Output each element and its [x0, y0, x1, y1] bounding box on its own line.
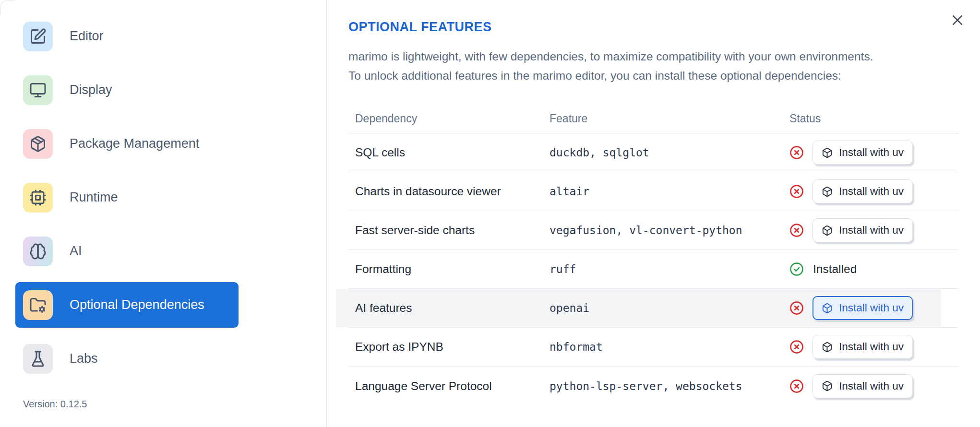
status-cell: Installed [789, 262, 958, 276]
table-row: SQL cells duckdb, sqlglot Install with u… [348, 133, 958, 172]
monitor-icon [29, 82, 47, 99]
nav-icon-box [23, 344, 53, 374]
table-row: AI features openai Install with uv [348, 289, 958, 328]
install-button[interactable]: Install with uv [813, 218, 913, 242]
status-error-icon [789, 145, 804, 160]
package-icon [29, 135, 47, 153]
install-button[interactable]: Install with uv [813, 141, 913, 165]
nav-icon-box [23, 237, 53, 266]
edit-pencil-icon [29, 28, 47, 45]
table-header-cell: Status [789, 112, 958, 125]
version-label: Version: 0.12.5 [23, 399, 87, 410]
sidebar-item-label: AI [70, 244, 82, 259]
table-header-cell: Dependency [355, 112, 550, 125]
settings-dialog: Editor Display Package Management Runtim… [0, 0, 980, 427]
box-icon [822, 186, 833, 197]
close-icon [950, 13, 965, 27]
table-body: SQL cells duckdb, sqlglot Install with u… [348, 133, 958, 405]
feature-cell: altair [550, 185, 789, 198]
brain-icon [29, 243, 47, 260]
close-button[interactable] [950, 13, 965, 27]
status-error-icon [789, 379, 804, 393]
sidebar-item-label: Package Management [70, 136, 199, 151]
box-icon [822, 225, 833, 236]
sidebar-item-package-management[interactable]: Package Management [15, 121, 239, 166]
table-header-row: Dependency Feature Status [348, 105, 958, 133]
install-button[interactable]: Install with uv [813, 374, 913, 398]
install-button-label: Install with uv [839, 302, 904, 314]
dependency-cell: Formatting [355, 262, 550, 276]
optional-features-panel: OPTIONAL FEATURES marimo is lightweight,… [327, 0, 980, 427]
nav-icon-box [23, 22, 53, 51]
box-icon [822, 342, 833, 353]
table-row: Charts in datasource viewer altair Insta… [348, 172, 958, 211]
sidebar-item-editor[interactable]: Editor [15, 13, 239, 59]
dependency-cell: AI features [355, 301, 550, 315]
feature-cell: duckdb, sqlglot [550, 146, 789, 159]
install-button-label: Install with uv [839, 146, 904, 159]
install-button-label: Install with uv [839, 341, 904, 353]
dependency-cell: Fast server-side charts [355, 224, 550, 237]
dependency-cell: Export as IPYNB [355, 340, 550, 354]
nav-icon-box [23, 129, 53, 159]
feature-cell: ruff [550, 263, 789, 275]
status-error-icon [789, 340, 804, 354]
status-error-icon [789, 223, 804, 237]
description-line: marimo is lightweight, with few dependen… [348, 47, 958, 66]
install-button-label: Install with uv [839, 224, 904, 237]
installed-label: Installed [813, 262, 857, 276]
feature-cell: nbformat [550, 341, 789, 353]
dependency-cell: SQL cells [355, 146, 550, 159]
status-error-icon [789, 301, 804, 315]
install-button[interactable]: Install with uv [813, 335, 913, 359]
status-error-icon [789, 184, 804, 199]
box-icon [822, 147, 833, 158]
sidebar-nav: Editor Display Package Management Runtim… [0, 13, 326, 390]
status-cell: Install with uv [789, 374, 958, 398]
folder-gear-icon [29, 297, 47, 314]
install-button-label: Install with uv [839, 185, 904, 198]
flask-icon [29, 350, 47, 368]
cpu-icon [29, 189, 47, 206]
description-line: To unlock additional features in the mar… [348, 66, 958, 85]
dependency-cell: Language Server Protocol [355, 380, 550, 393]
install-button[interactable]: Install with uv [813, 179, 913, 203]
sidebar-item-label: Optional Dependencies [70, 297, 204, 312]
table-row: Fast server-side charts vegafusion, vl-c… [348, 211, 958, 250]
sidebar-item-runtime[interactable]: Runtime [15, 175, 239, 220]
box-icon [822, 380, 833, 391]
install-button-label: Install with uv [839, 380, 904, 392]
status-cell: Install with uv [789, 218, 958, 242]
table-row: Formatting ruff Installed [348, 250, 958, 289]
dependencies-table: Dependency Feature Status SQL cells duck… [348, 105, 958, 405]
status-cell: Install with uv [789, 296, 958, 320]
feature-cell: openai [550, 302, 789, 314]
feature-cell: python-lsp-server, websockets [550, 380, 789, 392]
sidebar-item-label: Editor [70, 29, 104, 44]
page-title: OPTIONAL FEATURES [348, 19, 958, 35]
sidebar-item-ai[interactable]: AI [15, 228, 239, 274]
table-row: Export as IPYNB nbformat Install with uv [348, 328, 958, 367]
status-cell: Install with uv [789, 179, 958, 203]
sidebar-item-labs[interactable]: Labs [15, 336, 239, 381]
table-header-cell: Feature [550, 112, 789, 125]
nav-icon-box [23, 290, 53, 320]
nav-icon-box [23, 75, 53, 105]
panel-description: marimo is lightweight, with few dependen… [348, 47, 958, 85]
nav-icon-box [23, 183, 53, 213]
sidebar-item-label: Display [70, 83, 112, 97]
status-success-icon [789, 262, 804, 276]
sidebar-item-label: Labs [70, 351, 98, 366]
sidebar-item-display[interactable]: Display [15, 67, 239, 113]
box-icon [822, 303, 833, 314]
install-button[interactable]: Install with uv [813, 296, 913, 320]
dependency-cell: Charts in datasource viewer [355, 185, 550, 198]
status-cell: Install with uv [789, 141, 958, 165]
sidebar-item-optional-dependencies[interactable]: Optional Dependencies [15, 282, 239, 328]
feature-cell: vegafusion, vl-convert-python [550, 224, 789, 237]
table-row: Language Server Protocol python-lsp-serv… [348, 367, 958, 405]
sidebar-item-label: Runtime [70, 190, 118, 205]
settings-sidebar: Editor Display Package Management Runtim… [0, 0, 327, 427]
status-cell: Install with uv [789, 335, 958, 359]
